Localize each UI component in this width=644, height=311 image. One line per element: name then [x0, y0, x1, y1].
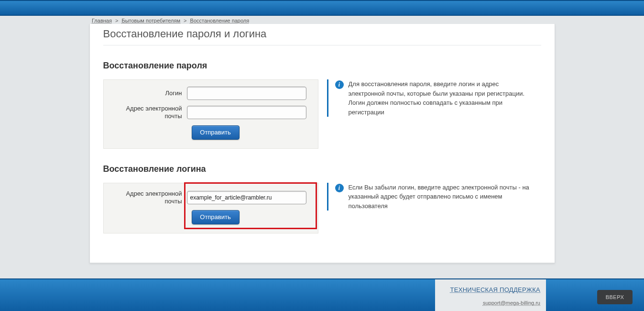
page-title: Восстановление пароля и логина — [103, 28, 541, 45]
support-panel: ТЕХНИЧЕСКАЯ ПОДДЕРЖКА support@mega-billi… — [435, 279, 546, 311]
breadcrumb-sep: > — [184, 18, 186, 23]
breadcrumb-recovery[interactable]: Восстановление пароля — [190, 18, 250, 23]
email-input-password[interactable] — [187, 106, 306, 119]
info-text-login: Если Вы забыли логин, введите адрес элек… — [349, 183, 533, 211]
info-text-password: Для восстановления пароля, введите логин… — [349, 79, 533, 117]
section-password-title: Восстановление пароля — [103, 61, 541, 71]
info-block-login: i Если Вы забыли логин, введите адрес эл… — [327, 183, 533, 211]
login-label: Логин — [110, 89, 187, 97]
breadcrumb-home[interactable]: Главная — [92, 18, 112, 23]
login-form: Адрес электронной почты Отправить — [103, 183, 318, 234]
info-icon: i — [335, 184, 344, 192]
submit-login-button[interactable]: Отправить — [192, 210, 240, 224]
support-title[interactable]: ТЕХНИЧЕСКАЯ ПОДДЕРЖКА — [450, 286, 540, 293]
breadcrumb-consumers[interactable]: Бытовым потребителям — [121, 18, 180, 23]
scroll-top-button[interactable]: ВВЕРХ — [597, 290, 633, 304]
section-login-title: Восстановление логина — [103, 164, 541, 174]
footer: ТЕХНИЧЕСКАЯ ПОДДЕРЖКА support@mega-billi… — [0, 278, 644, 311]
section-login: Адрес электронной почты Отправить i Если… — [103, 183, 541, 234]
info-block-password: i Для восстановления пароля, введите лог… — [327, 79, 533, 117]
email-label-login: Адрес электронной почты — [110, 190, 187, 206]
section-password: Логин Адрес электронной почты Отправить … — [103, 79, 541, 149]
password-form: Логин Адрес электронной почты Отправить — [103, 79, 318, 149]
email-label: Адрес электронной почты — [110, 105, 187, 121]
content-card: Восстановление пароля и логина Восстанов… — [89, 24, 555, 263]
top-nav-bar — [0, 0, 644, 16]
info-icon: i — [335, 80, 344, 89]
login-input[interactable] — [187, 87, 306, 100]
email-input-login[interactable] — [187, 191, 306, 204]
breadcrumb-sep: > — [115, 18, 118, 23]
support-email[interactable]: support@mega-billing.ru — [441, 300, 540, 306]
submit-password-button[interactable]: Отправить — [192, 125, 240, 140]
